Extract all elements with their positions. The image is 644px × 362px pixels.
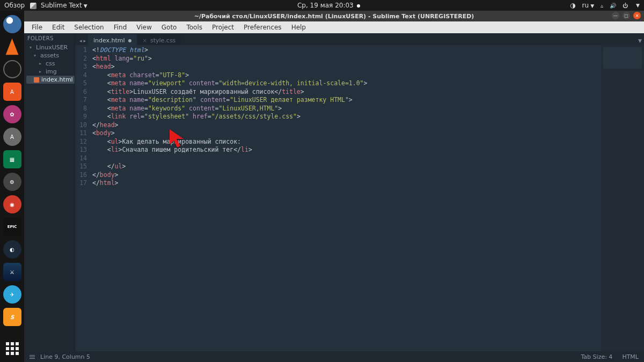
menu-edit[interactable]: Edit xyxy=(48,23,69,32)
keyboard-layout[interactable]: ru▼ xyxy=(582,2,594,9)
folder-assets[interactable]: ▾assets xyxy=(26,51,75,60)
chevron-down-icon: ▾ xyxy=(34,53,38,58)
dock-cpu[interactable]: ▦ xyxy=(3,150,21,168)
panel-switcher-icon[interactable] xyxy=(30,355,35,359)
dock-app-red[interactable]: ◉ xyxy=(3,195,21,213)
html-file-icon xyxy=(34,77,39,83)
dock-ubuntu-software[interactable]: A xyxy=(3,83,21,101)
close-icon[interactable]: × xyxy=(143,38,147,43)
folder-img[interactable]: ▸img xyxy=(26,68,75,76)
dock-software-updater[interactable]: A xyxy=(3,128,21,146)
tab-history-nav[interactable]: ◂ ▸ xyxy=(77,38,88,45)
chevron-down-icon: ▾ xyxy=(30,45,34,50)
sublime-window: ~/Рабочий стол/LinuxUSER/index.html (Lin… xyxy=(24,11,644,362)
window-maximize-button[interactable]: □ xyxy=(623,12,630,19)
dirty-dot-icon xyxy=(128,39,131,42)
system-menu-chevron-icon[interactable]: ▼ xyxy=(636,3,640,8)
notification-dot-icon xyxy=(357,4,360,8)
menu-find[interactable]: Find xyxy=(109,23,131,32)
menu-preferences[interactable]: Preferences xyxy=(239,23,286,32)
dock-chromium[interactable] xyxy=(3,15,21,33)
dock-battlenet[interactable]: ⚔ xyxy=(3,263,21,281)
status-position[interactable]: Line 9, Column 5 xyxy=(40,353,90,360)
chevron-right-icon: ▸ xyxy=(39,69,43,74)
window-minimize-button[interactable]: — xyxy=(612,12,619,19)
folder-root[interactable]: ▾LinuxUSER xyxy=(26,43,75,51)
menu-project[interactable]: Project xyxy=(208,23,238,32)
menu-bar: File Edit Selection Find View Goto Tools… xyxy=(24,21,644,33)
status-tabsize[interactable]: Tab Size: 4 xyxy=(581,353,612,360)
code-area[interactable]: 1234567891011121314151617 <!DOCTYPE html… xyxy=(75,45,644,351)
tab-index-html[interactable]: index.html xyxy=(88,34,137,45)
sidebar: FOLDERS ▾LinuxUSER ▾assets ▸css ▸img ind… xyxy=(24,33,75,351)
window-title: ~/Рабочий стол/LinuxUSER/index.html (Lin… xyxy=(24,13,644,20)
dock-vlc[interactable] xyxy=(3,38,21,56)
dock-telegram[interactable]: ✈ xyxy=(3,285,21,304)
dock-sublime[interactable]: S xyxy=(3,308,21,326)
menu-file[interactable]: File xyxy=(27,23,47,32)
dock-app-pink[interactable]: ✿ xyxy=(3,105,21,123)
activities-button[interactable]: Обзор xyxy=(4,2,25,9)
grid-icon xyxy=(6,342,19,355)
tab-style-css[interactable]: ×style.css xyxy=(137,34,181,45)
window-titlebar[interactable]: ~/Рабочий стол/LinuxUSER/index.html (Lin… xyxy=(24,11,644,21)
menu-goto[interactable]: Goto xyxy=(157,23,181,32)
chevron-right-icon: ▸ xyxy=(39,61,43,66)
file-index-html[interactable]: index.html xyxy=(26,76,75,84)
volume-icon[interactable]: 🔊 xyxy=(610,3,616,9)
sublime-glyph-icon xyxy=(30,3,36,9)
menu-help[interactable]: Help xyxy=(287,23,310,32)
tab-dropdown[interactable]: ▼ xyxy=(636,38,644,45)
clock[interactable]: Ср, 19 мая 20:03 xyxy=(87,2,570,9)
code-text[interactable]: <!DOCTYPE html><html lang="ru"><head> <m… xyxy=(90,45,601,351)
power-icon[interactable]: ⏻ xyxy=(623,3,628,9)
gutter: 1234567891011121314151617 xyxy=(75,45,90,351)
dock-epic[interactable]: EPIC xyxy=(3,218,21,236)
dock-obs[interactable] xyxy=(3,60,21,78)
menu-view[interactable]: View xyxy=(132,23,156,32)
network-icon[interactable]: ▵ xyxy=(601,3,603,9)
app-menu[interactable]: Sublime Text▼ xyxy=(30,2,87,9)
ubuntu-dock: A ✿ A ▦ ⚙ ◉ EPIC ◐ ⚔ ✈ S xyxy=(0,11,24,362)
dock-settings[interactable]: ⚙ xyxy=(3,173,21,191)
minimap[interactable] xyxy=(601,45,644,351)
gnome-topbar: Обзор Sublime Text▼ Ср, 19 мая 20:03 ◑ r… xyxy=(0,0,644,11)
menu-tools[interactable]: Tools xyxy=(182,23,207,32)
folder-css[interactable]: ▸css xyxy=(26,60,75,68)
editor: ◂ ▸ index.html ×style.css ▼ 123456789101… xyxy=(75,33,644,351)
chevron-down-icon: ▼ xyxy=(84,3,87,9)
steam-tray-icon[interactable]: ◑ xyxy=(570,2,575,9)
sidebar-header: FOLDERS xyxy=(24,33,75,43)
status-bar: Line 9, Column 5 Tab Size: 4 HTML xyxy=(24,351,644,362)
window-close-button[interactable]: ✕ xyxy=(633,12,641,19)
dock-steam[interactable]: ◐ xyxy=(3,240,21,258)
tab-bar: ◂ ▸ index.html ×style.css ▼ xyxy=(75,33,644,45)
show-applications-button[interactable] xyxy=(3,339,21,358)
menu-selection[interactable]: Selection xyxy=(70,23,108,32)
status-syntax[interactable]: HTML xyxy=(622,353,639,360)
